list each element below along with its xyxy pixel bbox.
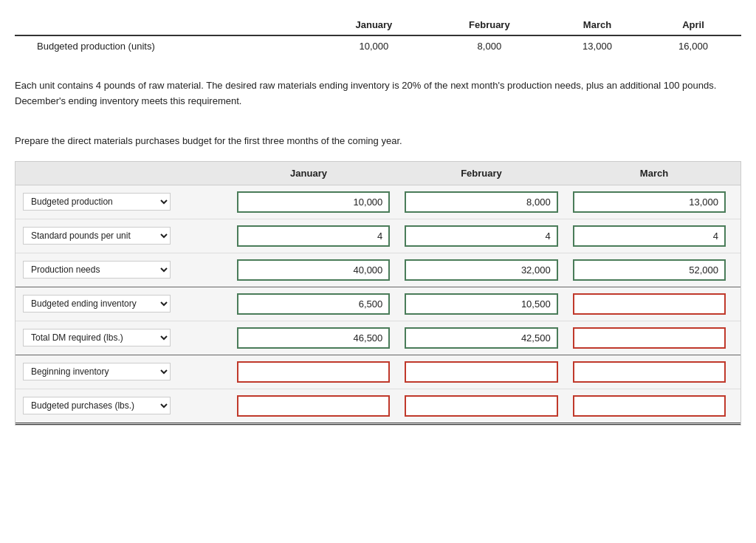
jan-value: 10,000: [318, 35, 430, 56]
input-bp-jan[interactable]: 10,000: [237, 191, 390, 213]
prepare-text: Prepare the direct materials purchases b…: [15, 135, 741, 146]
input-bpur-mar[interactable]: [573, 395, 726, 417]
cell-bp-jan: 10,000: [237, 191, 390, 213]
cell-bei-mar: [573, 293, 726, 315]
dropdown-budgeted-purchases[interactable]: Budgeted purchases (lbs.) Beginning inve…: [23, 397, 171, 414]
input-sp-mar[interactable]: [573, 225, 726, 247]
cell-tdm-feb: [405, 327, 557, 349]
cell-bp-feb: 8,000: [405, 191, 557, 213]
col-february: February: [430, 15, 549, 35]
label-total-dm: Total DM required (lbs.) Budgeted ending…: [23, 329, 230, 346]
header-january: January: [222, 168, 395, 179]
input-pn-feb[interactable]: [405, 259, 557, 281]
cell-pn-mar: [573, 259, 726, 281]
input-bei-mar[interactable]: [573, 293, 726, 315]
cell-bi-mar: [573, 361, 726, 383]
input-bpur-jan[interactable]: [237, 395, 390, 417]
row-budgeted-ending-inventory: Budgeted ending inventory Production nee…: [16, 287, 740, 321]
cell-sp-mar: [573, 225, 726, 247]
dropdown-beginning-inv[interactable]: Beginning inventory Total DM required (l…: [23, 363, 171, 380]
reference-table: January February March April Budgeted pr…: [15, 15, 741, 56]
dropdown-budgeted-production[interactable]: Budgeted production Standard pounds per …: [23, 193, 171, 211]
mar-value: 13,000: [549, 35, 645, 56]
label-production-needs: Production needs Standard pounds per uni…: [23, 261, 230, 279]
description-text: Each unit contains 4 pounds of raw mater…: [15, 78, 741, 109]
input-bi-feb[interactable]: [405, 361, 557, 383]
cell-bi-feb: [405, 361, 557, 383]
budget-table-header: January February March: [16, 162, 740, 185]
cell-bp-mar: 13,000: [573, 191, 726, 213]
input-bp-feb[interactable]: 8,000: [405, 191, 557, 213]
input-bp-mar[interactable]: 13,000: [573, 191, 726, 213]
input-tdm-jan[interactable]: [237, 327, 390, 349]
cell-bpur-jan: [237, 395, 390, 417]
apr-value: 16,000: [645, 35, 741, 56]
row-beginning-inventory: Beginning inventory Total DM required (l…: [16, 355, 740, 389]
input-bi-mar[interactable]: [573, 361, 726, 383]
dropdown-total-dm[interactable]: Total DM required (lbs.) Budgeted ending…: [23, 329, 171, 346]
row-production-needs: Production needs Standard pounds per uni…: [16, 253, 740, 287]
cell-bei-feb: [405, 293, 557, 315]
label-budgeted-production: Budgeted production Standard pounds per …: [23, 193, 230, 211]
cell-pn-jan: [237, 259, 390, 281]
row-total-dm: Total DM required (lbs.) Budgeted ending…: [16, 321, 740, 355]
input-pn-mar[interactable]: [573, 259, 726, 281]
cell-bi-jan: [237, 361, 390, 383]
input-bpur-feb[interactable]: [405, 395, 557, 417]
row-budgeted-purchases: Budgeted purchases (lbs.) Beginning inve…: [16, 389, 740, 425]
feb-value: 8,000: [430, 35, 549, 56]
row-budgeted-production: Budgeted production Standard pounds per …: [16, 185, 740, 219]
row-label-budgeted-production: Budgeted production (units): [15, 35, 318, 56]
cell-sp-jan: [237, 225, 390, 247]
input-bei-jan[interactable]: [237, 293, 390, 315]
budget-table: January February March Budgeted producti…: [15, 161, 741, 426]
dropdown-standard-pounds[interactable]: Standard pounds per unit Budgeted produc…: [23, 227, 171, 245]
cell-pn-feb: [405, 259, 557, 281]
cell-bpur-feb: [405, 395, 557, 417]
dropdown-production-needs[interactable]: Production needs Standard pounds per uni…: [23, 261, 171, 279]
input-pn-jan[interactable]: [237, 259, 390, 281]
input-bei-feb[interactable]: [405, 293, 557, 315]
input-tdm-mar[interactable]: [573, 327, 726, 349]
cell-sp-feb: [405, 225, 557, 247]
label-standard-pounds: Standard pounds per unit Budgeted produc…: [23, 227, 230, 245]
dropdown-budgeted-ending[interactable]: Budgeted ending inventory Production nee…: [23, 295, 171, 313]
header-empty: [16, 168, 222, 179]
col-march: March: [549, 15, 645, 35]
cell-bei-jan: [237, 293, 390, 315]
cell-tdm-mar: [573, 327, 726, 349]
label-budgeted-purchases: Budgeted purchases (lbs.) Beginning inve…: [23, 397, 230, 414]
input-tdm-feb[interactable]: [405, 327, 557, 349]
input-sp-feb[interactable]: [405, 225, 557, 247]
col-january: January: [318, 15, 430, 35]
label-budgeted-ending: Budgeted ending inventory Production nee…: [23, 295, 230, 313]
header-february: February: [395, 168, 568, 179]
cell-tdm-jan: [237, 327, 390, 349]
input-sp-jan[interactable]: [237, 225, 390, 247]
label-beginning-inv: Beginning inventory Total DM required (l…: [23, 363, 230, 380]
header-march: March: [568, 168, 740, 179]
col-april: April: [645, 15, 741, 35]
row-standard-pounds: Standard pounds per unit Budgeted produc…: [16, 219, 740, 253]
input-bi-jan[interactable]: [237, 361, 390, 383]
cell-bpur-mar: [573, 395, 726, 417]
